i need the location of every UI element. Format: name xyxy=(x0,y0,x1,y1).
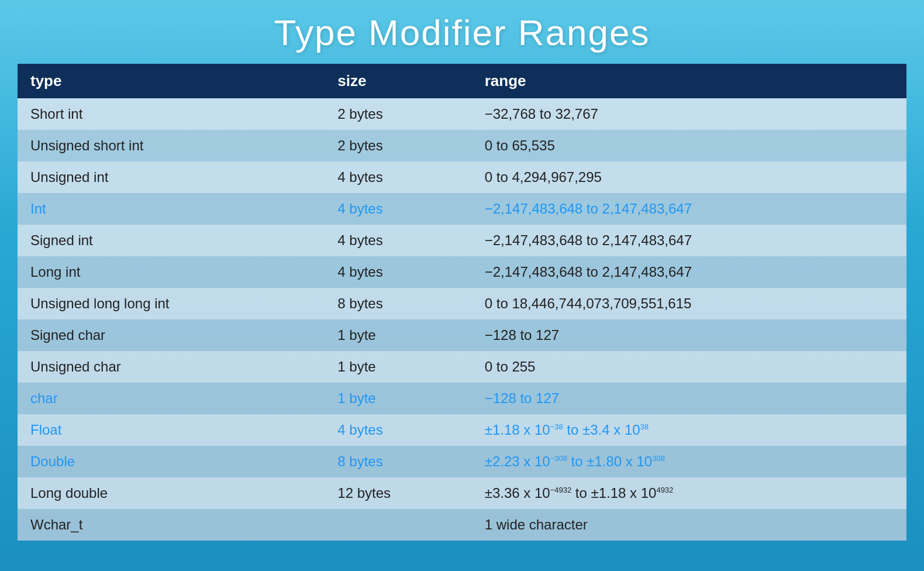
table-row: Unsigned char1 byte0 to 255 xyxy=(18,351,906,383)
cell-range: −128 to 127 xyxy=(472,319,906,351)
col-header-type: type xyxy=(18,64,325,98)
cell-type: Signed int xyxy=(18,225,325,256)
table-row: Unsigned long long int8 bytes0 to 18,446… xyxy=(18,288,906,319)
cell-range: ±2.23 x 10−308 to ±1.80 x 10308 xyxy=(472,446,906,477)
cell-range: ±1.18 x 10−38 to ±3.4 x 1038 xyxy=(472,414,906,446)
table-row: char1 byte−128 to 127 xyxy=(18,383,906,414)
table-row: Signed char1 byte−128 to 127 xyxy=(18,319,906,351)
table-row: Unsigned int4 bytes0 to 4,294,967,295 xyxy=(18,161,906,193)
cell-size: 12 bytes xyxy=(325,477,471,509)
cell-range: 1 wide character xyxy=(472,509,906,541)
cell-range: 0 to 4,294,967,295 xyxy=(472,161,906,193)
cell-type: Short int xyxy=(18,98,325,130)
cell-size: 2 bytes xyxy=(325,130,471,161)
cell-type: Unsigned char xyxy=(18,351,325,383)
cell-size: 1 byte xyxy=(325,319,471,351)
col-header-size: size xyxy=(325,64,471,98)
table-row: Long double12 bytes±3.36 x 10−4932 to ±1… xyxy=(18,477,906,509)
table-row: Wchar_t1 wide character xyxy=(18,509,906,541)
cell-range: −2,147,483,648 to 2,147,483,647 xyxy=(472,193,906,225)
cell-type: Long int xyxy=(18,256,325,288)
cell-type: Signed char xyxy=(18,319,325,351)
cell-type: Int xyxy=(18,193,325,225)
table-row: Signed int4 bytes−2,147,483,648 to 2,147… xyxy=(18,225,906,256)
cell-type: Double xyxy=(18,446,325,477)
cell-type: Float xyxy=(18,414,325,446)
cell-range: 0 to 18,446,744,073,709,551,615 xyxy=(472,288,906,319)
cell-size: 4 bytes xyxy=(325,193,471,225)
table-header-row: type size range xyxy=(18,64,906,98)
cell-size: 1 byte xyxy=(325,383,471,414)
table-row: Long int4 bytes−2,147,483,648 to 2,147,4… xyxy=(18,256,906,288)
col-header-range: range xyxy=(472,64,906,98)
cell-type: char xyxy=(18,383,325,414)
cell-size: 2 bytes xyxy=(325,98,471,130)
cell-range: 0 to 255 xyxy=(472,351,906,383)
table-row: Unsigned short int2 bytes0 to 65,535 xyxy=(18,130,906,161)
cell-size: 4 bytes xyxy=(325,161,471,193)
cell-size: 1 byte xyxy=(325,351,471,383)
cell-range: −32,768 to 32,767 xyxy=(472,98,906,130)
table-row: Float4 bytes±1.18 x 10−38 to ±3.4 x 1038 xyxy=(18,414,906,446)
page-title: Type Modifier Ranges xyxy=(274,12,650,53)
cell-range: −128 to 127 xyxy=(472,383,906,414)
cell-size: 4 bytes xyxy=(325,256,471,288)
cell-size: 4 bytes xyxy=(325,225,471,256)
table-row: Int4 bytes−2,147,483,648 to 2,147,483,64… xyxy=(18,193,906,225)
cell-type: Unsigned short int xyxy=(18,130,325,161)
table-row: Double8 bytes±2.23 x 10−308 to ±1.80 x 1… xyxy=(18,446,906,477)
cell-type: Wchar_t xyxy=(18,509,325,541)
cell-size xyxy=(325,509,471,541)
cell-type: Long double xyxy=(18,477,325,509)
cell-size: 8 bytes xyxy=(325,288,471,319)
cell-type: Unsigned int xyxy=(18,161,325,193)
type-modifier-table: type size range Short int2 bytes−32,768 … xyxy=(18,64,906,541)
cell-range: ±3.36 x 10−4932 to ±1.18 x 104932 xyxy=(472,477,906,509)
cell-size: 4 bytes xyxy=(325,414,471,446)
cell-range: −2,147,483,648 to 2,147,483,647 xyxy=(472,256,906,288)
cell-size: 8 bytes xyxy=(325,446,471,477)
table-row: Short int2 bytes−32,768 to 32,767 xyxy=(18,98,906,130)
cell-range: −2,147,483,648 to 2,147,483,647 xyxy=(472,225,906,256)
cell-range: 0 to 65,535 xyxy=(472,130,906,161)
cell-type: Unsigned long long int xyxy=(18,288,325,319)
